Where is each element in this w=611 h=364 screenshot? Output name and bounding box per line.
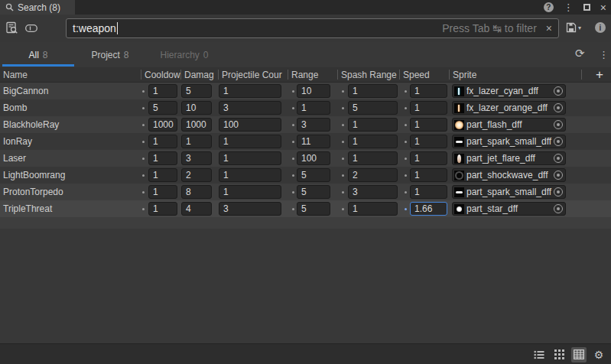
- damage-field[interactable]: 10: [181, 101, 212, 115]
- range-field[interactable]: 5: [297, 185, 330, 199]
- object-picker-icon[interactable]: [554, 187, 563, 197]
- close-icon[interactable]: ×: [600, 2, 606, 13]
- settings-button[interactable]: ⚙: [591, 347, 606, 362]
- table-row[interactable]: LightBoomrang 1 2 1 5 2 1 part_shockwave…: [0, 167, 611, 184]
- projectile-count-field[interactable]: 3: [219, 202, 281, 216]
- column-divider[interactable]: [180, 70, 181, 80]
- projectile-count-field[interactable]: 1: [219, 168, 281, 182]
- table-row[interactable]: ProtonTorpedo 1 8 1 5 3 1 part_spark_sma…: [0, 184, 611, 200]
- spash-range-field[interactable]: 5: [348, 101, 398, 115]
- column-header-damage[interactable]: Damag: [184, 70, 214, 80]
- object-picker-icon[interactable]: [554, 137, 563, 146]
- column-divider[interactable]: [288, 70, 288, 80]
- spash-range-field[interactable]: 1: [348, 151, 398, 165]
- column-header-speed[interactable]: Speed: [403, 70, 430, 80]
- tabs-menu-icon[interactable]: ⋮: [599, 49, 609, 60]
- object-picker-icon[interactable]: [554, 204, 563, 213]
- object-picker-icon[interactable]: [554, 103, 563, 112]
- speed-field[interactable]: 1: [410, 101, 447, 115]
- damage-field[interactable]: 3: [181, 151, 212, 165]
- range-field[interactable]: 5: [297, 168, 330, 182]
- range-field[interactable]: 100: [297, 151, 330, 165]
- column-divider[interactable]: [218, 70, 219, 80]
- object-picker-icon[interactable]: [554, 154, 563, 163]
- maximize-icon[interactable]: [583, 4, 590, 11]
- spash-range-field[interactable]: 1: [348, 118, 398, 132]
- range-field[interactable]: 3: [297, 118, 330, 132]
- cooldown-field[interactable]: 1000: [148, 118, 177, 132]
- damage-field[interactable]: 1000: [181, 118, 212, 132]
- spash-range-field[interactable]: 2: [348, 168, 398, 182]
- grid-view-button[interactable]: [551, 347, 567, 362]
- table-view-button[interactable]: [571, 347, 587, 362]
- projectile-count-field[interactable]: 1: [219, 135, 281, 148]
- add-column-button[interactable]: +: [596, 67, 603, 83]
- speed-field[interactable]: 1: [410, 135, 447, 148]
- speed-field[interactable]: 1: [410, 168, 447, 182]
- range-field[interactable]: 5: [297, 202, 330, 216]
- column-divider[interactable]: [399, 70, 400, 80]
- search-window-tab[interactable]: Search (8): [0, 0, 75, 15]
- object-picker-icon[interactable]: [554, 120, 563, 129]
- projectile-count-field[interactable]: 1: [219, 185, 281, 199]
- column-header-sprite[interactable]: Sprite: [453, 70, 476, 80]
- cooldown-field[interactable]: 1: [148, 135, 177, 148]
- tab-project[interactable]: Project 8: [74, 42, 146, 67]
- tab-hierarchy[interactable]: Hierarchy 0: [146, 42, 223, 67]
- window-menu-icon[interactable]: ⋮: [564, 2, 574, 13]
- sprite-object-field[interactable]: fx_lazer_cyan_dff: [452, 84, 566, 98]
- inspector-toggle-icon[interactable]: [25, 24, 37, 32]
- help-icon[interactable]: ?: [544, 2, 554, 12]
- column-header-name[interactable]: Name: [3, 70, 28, 80]
- cooldown-field[interactable]: 1: [148, 202, 177, 216]
- spash-range-field[interactable]: 1: [348, 84, 398, 98]
- speed-field[interactable]: 1: [410, 185, 447, 199]
- speed-field[interactable]: 1: [410, 84, 447, 98]
- damage-field[interactable]: 1: [181, 135, 212, 148]
- projectile-count-field[interactable]: 1: [219, 84, 281, 98]
- range-field[interactable]: 11: [297, 135, 330, 148]
- info-icon[interactable]: i: [595, 22, 606, 33]
- speed-field[interactable]: 1: [410, 151, 447, 165]
- spash-range-field[interactable]: 3: [348, 185, 398, 199]
- spash-range-field[interactable]: 1: [348, 135, 398, 148]
- sprite-object-field[interactable]: part_spark_small_dff: [452, 185, 566, 199]
- sprite-object-field[interactable]: part_jet_flare_dff: [452, 151, 566, 165]
- damage-field[interactable]: 8: [181, 185, 212, 199]
- range-field[interactable]: 10: [297, 84, 330, 98]
- column-header-projectile-count[interactable]: Projectile Cour: [222, 70, 282, 80]
- column-header-spash-range[interactable]: Spash Range: [341, 70, 397, 80]
- search-input[interactable]: t:weapon Press Tab ↹ to filter ×: [66, 18, 559, 38]
- projectile-count-field[interactable]: 3: [219, 101, 281, 115]
- column-header-cooldown[interactable]: Cooldow: [145, 70, 180, 80]
- sprite-object-field[interactable]: part_star_dff: [452, 202, 566, 216]
- object-picker-icon[interactable]: [554, 171, 563, 180]
- table-row[interactable]: BlackholeRay 1000 1000 100 3 1 1 part_fl…: [0, 116, 611, 133]
- table-row[interactable]: Bomb 5 10 3 1 5 1 fx_lazer_orange_dff: [0, 99, 611, 116]
- table-row[interactable]: BigCannon 1 5 1 10 1 1 fx_lazer_cyan_dff: [0, 83, 611, 99]
- damage-field[interactable]: 5: [181, 84, 212, 98]
- spash-range-field[interactable]: 1: [348, 202, 398, 216]
- object-picker-icon[interactable]: [554, 86, 563, 96]
- column-divider[interactable]: [337, 70, 338, 80]
- cooldown-field[interactable]: 1: [148, 151, 177, 165]
- table-row[interactable]: IonRay 1 1 1 11 1 1 part_spark_small_dff: [0, 133, 611, 150]
- table-row[interactable]: Laser 1 3 1 100 1 1 part_jet_flare_dff: [0, 150, 611, 167]
- sprite-object-field[interactable]: part_spark_small_dff: [452, 135, 566, 148]
- cooldown-field[interactable]: 5: [148, 101, 177, 115]
- column-divider[interactable]: [141, 70, 141, 80]
- sprite-object-field[interactable]: part_shockwave_dff: [452, 168, 566, 182]
- column-header-range[interactable]: Range: [291, 70, 318, 80]
- clear-search-icon[interactable]: ×: [546, 22, 552, 34]
- cooldown-field[interactable]: 1: [148, 168, 177, 182]
- column-divider[interactable]: [449, 70, 450, 80]
- range-field[interactable]: 1: [297, 101, 330, 115]
- speed-field[interactable]: 1: [410, 118, 447, 132]
- speed-field[interactable]: 1.66: [410, 202, 447, 216]
- sprite-object-field[interactable]: fx_lazer_orange_dff: [452, 101, 566, 115]
- sprite-object-field[interactable]: part_flash_dff: [452, 118, 566, 132]
- saved-searches-panel-icon[interactable]: [5, 21, 18, 34]
- refresh-icon[interactable]: ⟳: [575, 47, 585, 60]
- damage-field[interactable]: 4: [181, 202, 212, 216]
- cooldown-field[interactable]: 1: [148, 185, 177, 199]
